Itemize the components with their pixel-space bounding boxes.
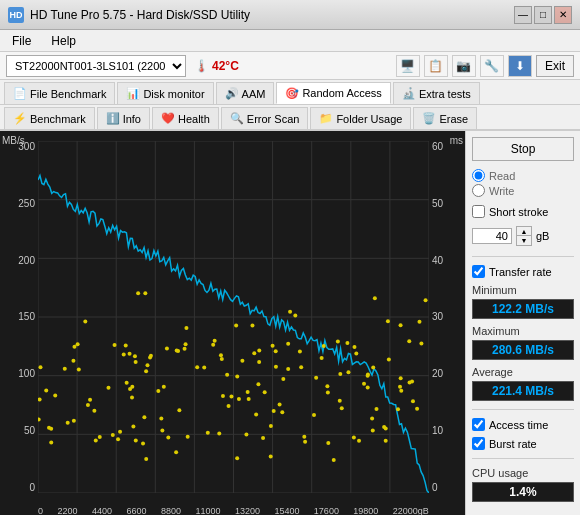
cpu-usage-value: 1.4% xyxy=(472,482,574,502)
tab-file-benchmark[interactable]: 📄 File Benchmark xyxy=(4,82,115,104)
average-section: Average 221.4 MB/s xyxy=(472,366,574,401)
read-radio[interactable] xyxy=(472,169,485,182)
cpu-usage-section: CPU usage 1.4% xyxy=(472,467,574,502)
tab-extra-tests[interactable]: 🔬 Extra tests xyxy=(393,82,480,104)
window-controls: — □ ✕ xyxy=(514,6,572,24)
toolbar-icon-1[interactable]: 🖥️ xyxy=(396,55,420,77)
divider-2 xyxy=(472,409,574,410)
short-stroke-checkbox[interactable] xyxy=(472,205,485,218)
read-radio-row: Read xyxy=(472,169,574,182)
benchmark-chart xyxy=(38,141,429,493)
x-axis: 0 2200 4400 6600 8800 11000 13200 15400 … xyxy=(38,506,429,515)
app-icon: HD xyxy=(8,7,24,23)
y-left-axis: 300 250 200 150 100 50 0 xyxy=(2,141,38,493)
divider-3 xyxy=(472,458,574,459)
tab-aam[interactable]: 🔊 AAM xyxy=(216,82,275,104)
error-scan-icon: 🔍 xyxy=(230,112,244,125)
chart-area: MB/s ms 300 250 200 150 100 50 0 60 50 4… xyxy=(0,131,465,515)
close-btn[interactable]: ✕ xyxy=(554,6,572,24)
burst-rate-row: Burst rate xyxy=(472,437,574,450)
menu-help[interactable]: Help xyxy=(47,33,80,49)
stroke-input-row: ▲ ▼ gB xyxy=(472,224,574,248)
tab-health[interactable]: ❤️ Health xyxy=(152,107,219,129)
maximum-value: 280.6 MB/s xyxy=(472,340,574,360)
random-access-icon: 🎯 xyxy=(285,87,299,100)
minimum-value: 122.2 MB/s xyxy=(472,299,574,319)
benchmark-icon: ⚡ xyxy=(13,112,27,125)
title-bar: HD HD Tune Pro 5.75 - Hard Disk/SSD Util… xyxy=(0,0,580,30)
write-radio[interactable] xyxy=(472,184,485,197)
drive-selector[interactable]: ST22000NT001-3LS101 (22000 gB) xyxy=(6,55,186,77)
tab-random-access[interactable]: 🎯 Random Access xyxy=(276,82,390,104)
minimum-label: Minimum xyxy=(472,284,574,296)
toolbar-icons: 🖥️ 📋 📷 🔧 ⬇ Exit xyxy=(396,55,574,77)
thermometer-icon: 🌡️ xyxy=(194,59,209,73)
file-benchmark-icon: 📄 xyxy=(13,87,27,100)
maximum-label: Maximum xyxy=(472,325,574,337)
stop-button[interactable]: Stop xyxy=(472,137,574,161)
menu-file[interactable]: File xyxy=(8,33,35,49)
main-content: MB/s ms 300 250 200 150 100 50 0 60 50 4… xyxy=(0,131,580,515)
minimize-btn[interactable]: — xyxy=(514,6,532,24)
burst-rate-checkbox[interactable] xyxy=(472,437,485,450)
tab-bar-row2: ⚡ Benchmark ℹ️ Info ❤️ Health 🔍 Error Sc… xyxy=(0,105,580,130)
access-time-row: Access time xyxy=(472,418,574,431)
toolbar-icon-3[interactable]: 📷 xyxy=(452,55,476,77)
folder-usage-icon: 📁 xyxy=(319,112,333,125)
tab-bars: 📄 File Benchmark 📊 Disk monitor 🔊 AAM 🎯 … xyxy=(0,80,580,131)
write-label: Write xyxy=(489,185,514,197)
average-value: 221.4 MB/s xyxy=(472,381,574,401)
toolbar-icon-2[interactable]: 📋 xyxy=(424,55,448,77)
extra-tests-icon: 🔬 xyxy=(402,87,416,100)
divider-1 xyxy=(472,256,574,257)
maximize-btn[interactable]: □ xyxy=(534,6,552,24)
stroke-value-input[interactable] xyxy=(472,228,512,244)
tab-disk-monitor[interactable]: 📊 Disk monitor xyxy=(117,82,213,104)
maximum-section: Maximum 280.6 MB/s xyxy=(472,325,574,360)
toolbar: ST22000NT001-3LS101 (22000 gB) 🌡️ 42°C 🖥… xyxy=(0,52,580,80)
transfer-rate-checkbox[interactable] xyxy=(472,265,485,278)
read-write-group: Read Write xyxy=(472,167,574,199)
y-right-axis: 60 50 40 30 20 10 0 xyxy=(429,141,463,493)
tab-benchmark[interactable]: ⚡ Benchmark xyxy=(4,107,95,129)
average-label: Average xyxy=(472,366,574,378)
disk-monitor-icon: 📊 xyxy=(126,87,140,100)
stroke-unit: gB xyxy=(536,230,549,242)
info-icon: ℹ️ xyxy=(106,112,120,125)
menu-bar: File Help xyxy=(0,30,580,52)
erase-icon: 🗑️ xyxy=(422,112,436,125)
cpu-usage-label: CPU usage xyxy=(472,467,574,479)
transfer-rate-row: Transfer rate xyxy=(472,265,574,278)
stroke-down-btn[interactable]: ▼ xyxy=(517,236,531,245)
stroke-spinner: ▲ ▼ xyxy=(516,226,532,246)
exit-button[interactable]: Exit xyxy=(536,55,574,77)
right-panel: Stop Read Write Short stroke ▲ ▼ gB xyxy=(465,131,580,515)
transfer-rate-label: Transfer rate xyxy=(489,266,552,278)
tab-erase[interactable]: 🗑️ Erase xyxy=(413,107,477,129)
temperature-value: 42°C xyxy=(212,59,239,73)
tab-folder-usage[interactable]: 📁 Folder Usage xyxy=(310,107,411,129)
tab-error-scan[interactable]: 🔍 Error Scan xyxy=(221,107,309,129)
tab-bar-row1: 📄 File Benchmark 📊 Disk monitor 🔊 AAM 🎯 … xyxy=(0,80,580,105)
write-radio-row: Write xyxy=(472,184,574,197)
stroke-up-btn[interactable]: ▲ xyxy=(517,227,531,236)
access-time-label: Access time xyxy=(489,419,548,431)
temperature-display: 🌡️ 42°C xyxy=(194,59,239,73)
health-icon: ❤️ xyxy=(161,112,175,125)
tab-info[interactable]: ℹ️ Info xyxy=(97,107,150,129)
toolbar-icon-5[interactable]: ⬇ xyxy=(508,55,532,77)
read-label: Read xyxy=(489,170,515,182)
short-stroke-row: Short stroke xyxy=(472,205,574,218)
short-stroke-label: Short stroke xyxy=(489,206,548,218)
aam-icon: 🔊 xyxy=(225,87,239,100)
window-title: HD Tune Pro 5.75 - Hard Disk/SSD Utility xyxy=(30,8,250,22)
burst-rate-label: Burst rate xyxy=(489,438,537,450)
access-time-checkbox[interactable] xyxy=(472,418,485,431)
toolbar-icon-4[interactable]: 🔧 xyxy=(480,55,504,77)
minimum-section: Minimum 122.2 MB/s xyxy=(472,284,574,319)
